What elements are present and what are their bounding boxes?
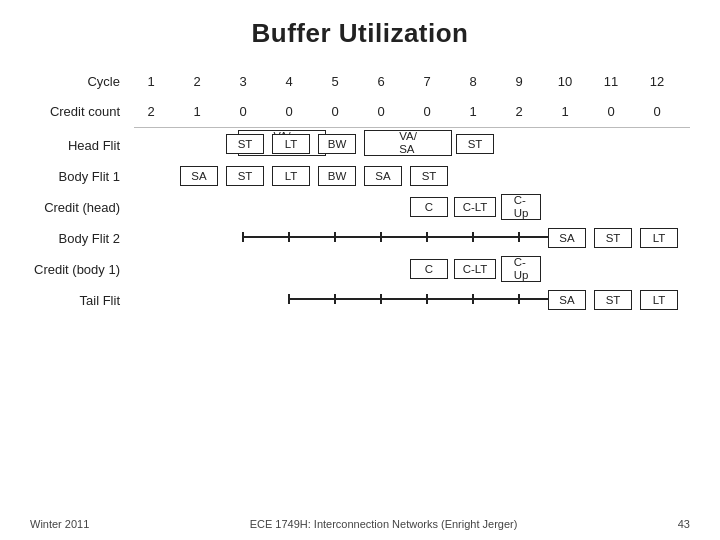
credit-head-cup: C-Up (501, 194, 541, 220)
credit-count-header: 1 (450, 104, 496, 119)
row-cells: 210000012100 (128, 104, 690, 119)
diagram-row: Cycle123456789101112 (30, 67, 690, 95)
diagram-row: Body Flit 1SASTLTBWSAST (30, 162, 690, 190)
diagram-row: Head FlitVA/SASTLTBWVA/SAST (30, 130, 690, 160)
row-label: Body Flit 1 (30, 169, 128, 184)
bar-tick (518, 232, 520, 242)
cycle-header: 1 (128, 74, 174, 89)
tail-flit-cell: SA (548, 290, 586, 310)
credit-count-header: 1 (174, 104, 220, 119)
diagram: Cycle123456789101112Credit count21000001… (30, 67, 690, 314)
cycle-header: 11 (588, 74, 634, 89)
tail-flit-cell: LT (640, 290, 678, 310)
diagram-row: Credit (head)CC-LTC-Up (30, 192, 690, 222)
credit-count-header: 2 (496, 104, 542, 119)
row-label: Credit (head) (30, 200, 128, 215)
diagram-row: Credit (body 1)CC-LTC-Up (30, 254, 690, 284)
bar-tick (288, 232, 290, 242)
row-label: Credit count (30, 104, 128, 119)
row-cells: VA/SASTLTBWVA/SAST (128, 130, 690, 160)
cycle-header: 4 (266, 74, 312, 89)
credit-count-header: 0 (404, 104, 450, 119)
tail-flit-bar (289, 298, 565, 300)
row-cells: CC-LTC-Up (128, 192, 690, 222)
body-flit-1-cell: LT (272, 166, 310, 186)
footer-right: 43 (678, 518, 690, 530)
body-flit-1-cell: ST (410, 166, 448, 186)
row-label: Credit (body 1) (30, 262, 128, 277)
cycle-header: 2 (174, 74, 220, 89)
cycle-header: 12 (634, 74, 680, 89)
credit-count-header: 0 (588, 104, 634, 119)
cycle-header: 10 (542, 74, 588, 89)
row-cells: CC-LTC-Up (128, 254, 690, 284)
bar-tick (426, 232, 428, 242)
body-flit-2-bar (243, 236, 565, 238)
body-flit-2-cell: ST (594, 228, 632, 248)
body-flit-2-cell: SA (548, 228, 586, 248)
diagram-row: Body Flit 2SASTLT (30, 224, 690, 252)
body-flit-1-cell: SA (364, 166, 402, 186)
footer-center: ECE 1749H: Interconnection Networks (Enr… (250, 518, 518, 530)
credit-count-header: 2 (128, 104, 174, 119)
tail-flit-cell: ST (594, 290, 632, 310)
bar-tick (426, 294, 428, 304)
cycle-header: 6 (358, 74, 404, 89)
page-title: Buffer Utilization (30, 18, 690, 49)
bar-tick (472, 294, 474, 304)
bar-tick (334, 232, 336, 242)
credit-head-clt: C-LT (454, 197, 496, 217)
body-flit-1-cell: ST (226, 166, 264, 186)
row-label: Tail Flit (30, 293, 128, 308)
bar-tick (472, 232, 474, 242)
diagram-row: Tail FlitSASTLT (30, 286, 690, 314)
bar-tick (242, 232, 244, 242)
body-flit-1-cell: BW (318, 166, 356, 186)
credit-count-header: 0 (220, 104, 266, 119)
diagram-row: Credit count210000012100 (30, 97, 690, 125)
footer-left: Winter 2011 (30, 518, 89, 530)
cycle-header: 8 (450, 74, 496, 89)
row-label: Head Flit (30, 138, 128, 153)
cycle-header: 5 (312, 74, 358, 89)
footer: Winter 2011 ECE 1749H: Interconnection N… (30, 518, 690, 530)
credit-body1-clt: C-LT (454, 259, 496, 279)
body-flit-2-cell: LT (640, 228, 678, 248)
bar-tick (334, 294, 336, 304)
row-label: Cycle (30, 74, 128, 89)
row-cells: SASTLT (128, 225, 690, 251)
credit-count-header: 0 (358, 104, 404, 119)
bar-tick (380, 294, 382, 304)
credit-body1-cup: C-Up (501, 256, 541, 282)
bar-tick (288, 294, 290, 304)
credit-head-c: C (410, 197, 448, 217)
credit-count-header: 0 (312, 104, 358, 119)
row-label: Body Flit 2 (30, 231, 128, 246)
bar-tick (518, 294, 520, 304)
cycle-header: 3 (220, 74, 266, 89)
credit-count-header: 0 (634, 104, 680, 119)
credit-count-header: 0 (266, 104, 312, 119)
row-cells: SASTLTBWSAST (128, 163, 690, 189)
page: Buffer Utilization Cycle123456789101112C… (0, 0, 720, 540)
body-flit-1-cell: SA (180, 166, 218, 186)
row-cells: 123456789101112 (128, 74, 690, 89)
cycle-header: 7 (404, 74, 450, 89)
bar-tick (380, 232, 382, 242)
row-cells: SASTLT (128, 287, 690, 313)
credit-body1-c: C (410, 259, 448, 279)
cycle-header: 9 (496, 74, 542, 89)
credit-count-header: 1 (542, 104, 588, 119)
